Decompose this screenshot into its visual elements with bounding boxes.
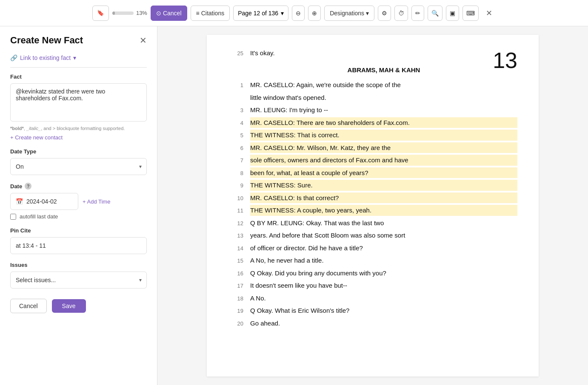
cancel-icon: ⊙ [156,10,161,17]
citations-button[interactable]: ≡ Citations [191,6,230,21]
line-number: 25 [228,49,243,58]
date-label-row: Date ? [10,183,147,190]
layout-button[interactable]: ▣ [446,6,459,21]
date-type-select[interactable]: On Before After [10,158,147,175]
clock-icon: ⏱ [398,10,404,17]
autofill-checkbox[interactable] [10,214,16,220]
citations-icon: ≡ [196,10,200,17]
line-row: 3 MR. LEUNG: I'm trying to -- [228,105,517,116]
fact-section: Fact @kevinkatz stated there were two sh… [10,74,147,141]
close-icon: ✕ [486,8,492,18]
layout-icon: ▣ [450,10,455,17]
add-time-link[interactable]: + Add Time [83,198,110,205]
line-row-highlighted: 10 MR. CASELLO: Is that correct? [228,192,517,204]
progress-bar-bg [112,11,134,15]
date-type-wrapper: On Before After [10,158,147,175]
sidebar-header: Create New Fact ✕ [10,35,147,46]
line-row-highlighted: 4 MR. CASELLO: There are two shareholder… [228,117,517,128]
line-text-highlighted: THE WITNESS: Sure. [250,180,517,191]
line-row: 1 MR. CASELLO: Again, we're outside the … [228,79,517,91]
line-text-highlighted: MR. CASELLO: Mr. Wilson, Mr. Katz, they … [250,142,517,153]
save-button[interactable]: Save [52,299,86,313]
footer-cancel-label: Cancel [19,303,38,309]
line-number: 15 [228,256,243,266]
line-text-highlighted: MR. CASELLO: There are two shareholders … [250,117,517,128]
fact-label: Fact [10,74,147,80]
line-text: Q Okay. What is Eric Wilson's title? [250,305,517,316]
date-input-box[interactable]: 📅 2024-04-02 [10,193,78,210]
link-existing-label: Link to existing fact [20,54,71,61]
line-number: 16 [228,269,243,278]
line-row: 15 A No, he never had a title. [228,255,517,266]
keyboard-icon: ⌨ [466,10,475,17]
autofill-label: autofill last date [20,213,58,220]
help-icon[interactable]: ? [25,183,31,190]
line-number: 5 [228,131,243,140]
date-value: 2024-04-02 [26,198,57,205]
citations-label: Citations [201,10,224,17]
center-header-row: ABRAMS, MAH & KAHN [228,60,517,78]
line-row: 19 Q Okay. What is Eric Wilson's title? [228,305,517,316]
issues-wrapper: Select issues... [10,272,147,289]
issues-label: Issues [10,262,147,268]
edit-button[interactable]: ✏ [411,6,424,21]
bold-hint: *bold* [10,126,24,131]
page-number-stamp: 13 [493,48,517,73]
line-row: 25 It's okay. [228,48,517,59]
document-area: 13 25 It's okay. ABRAMS, MAH & KAHN 1 MR… [157,26,588,385]
line-row-highlighted: 6 MR. CASELLO: Mr. Wilson, Mr. Katz, the… [228,142,517,153]
save-label: Save [62,303,76,309]
date-input-wrapper: 📅 2024-04-02 + Add Time [10,193,147,210]
line-row: 13 years. And before that Scott Bloom wa… [228,230,517,241]
close-sidebar-button[interactable]: ✕ [140,35,147,45]
line-text-highlighted: been for, what, at least a couple of yea… [250,167,517,178]
line-number: 10 [228,194,243,203]
create-contact-link[interactable]: + Create new contact [10,134,147,141]
autofill-row: autofill last date [10,213,147,220]
prev-page-button[interactable]: ⊖ [292,6,305,21]
search-button[interactable]: 🔍 [428,6,442,21]
line-number: 9 [228,181,243,190]
designations-button[interactable]: Designations ▾ [324,6,374,21]
fact-input[interactable]: @kevinkatz stated there were two shareho… [10,83,147,122]
line-number: 8 [228,169,243,178]
document-header: ABRAMS, MAH & KAHN [250,65,517,76]
history-button[interactable]: ⏱ [394,6,408,21]
page-selector[interactable]: Page 12 of 136 ▾ [233,6,288,21]
close-button[interactable]: ✕ [482,6,496,20]
pencil-icon: ✏ [415,10,420,17]
date-type-label: Date Type [10,148,147,155]
line-row-highlighted: 11 THE WITNESS: A couple, two years, yea… [228,205,517,216]
line-row-highlighted: 8 been for, what, at least a couple of y… [228,167,517,178]
keyboard-button[interactable]: ⌨ [462,6,479,21]
line-text-highlighted: sole officers, owners and directors of F… [250,155,517,166]
link-existing-fact[interactable]: 🔗 Link to existing fact ▾ [10,54,147,61]
designations-label: Designations [330,10,364,17]
toolbar: 🔖 13% ⊙ Cancel ≡ Citations Page 12 of 13… [0,0,588,26]
line-row: 12 Q BY MR. LEUNG: Okay. That was the la… [228,218,517,229]
bookmark-button[interactable]: 🔖 [92,6,109,21]
line-text: years. And before that Scott Bloom was a… [250,230,517,241]
line-number: 3 [228,106,243,115]
line-number: 1 [228,81,243,90]
line-text: Go ahead. [250,318,517,329]
line-number: 18 [228,294,243,303]
cancel-button[interactable]: ⊙ Cancel [151,6,187,21]
add-time-label: + Add Time [83,198,110,205]
issues-select[interactable]: Select issues... [10,272,147,289]
italic-hint: _italic_ [26,126,41,131]
next-page-button[interactable]: ⊕ [308,6,321,21]
line-number: 6 [228,144,243,153]
line-text-highlighted: MR. CASELLO: Is that correct? [250,192,517,204]
formatting-hint: *bold*, _italic_*bold*, _italic_, and > … [10,126,147,131]
settings-button[interactable]: ⚙ [378,6,391,21]
line-number: 13 [228,231,243,241]
pin-cite-input[interactable] [10,237,147,254]
line-number: 19 [228,306,243,316]
line-number: 4 [228,119,243,128]
chevron-down-icon-3: ▾ [73,54,76,61]
date-label: Date [10,183,22,190]
issues-section: Issues Select issues... [10,262,147,289]
footer-cancel-button[interactable]: Cancel [10,299,47,313]
document-page: 13 25 It's okay. ABRAMS, MAH & KAHN 1 MR… [207,35,539,377]
